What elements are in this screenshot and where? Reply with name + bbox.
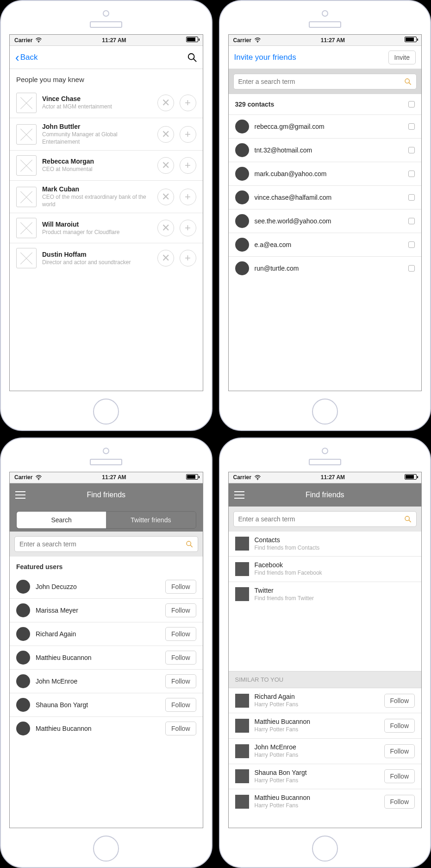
- similar-user-row[interactable]: Shauna Bon YargtHarry Potter FansFollow: [229, 764, 422, 790]
- similar-user-row[interactable]: Matthieu BucannonHarry Potter FansFollow: [229, 713, 422, 739]
- contact-row[interactable]: tnt.32@hotmail.com: [229, 139, 422, 162]
- user-row[interactable]: Marissa MeyerFollow: [10, 599, 203, 622]
- add-button[interactable]: +: [180, 126, 196, 143]
- dismiss-button[interactable]: ✕: [157, 126, 174, 143]
- user-text: Richard AgainHarry Potter Fans: [255, 693, 379, 709]
- person-row[interactable]: Rebecca MorganCEO at Monumental✕+: [10, 151, 203, 181]
- navbar: ‹ Back: [10, 46, 203, 69]
- user-text: Shauna Bon YargtHarry Potter Fans: [255, 769, 379, 785]
- dismiss-button[interactable]: ✕: [157, 220, 174, 236]
- add-button[interactable]: +: [180, 95, 196, 111]
- contact-checkbox[interactable]: [408, 171, 415, 177]
- device-frame: Carrier 11:27 AM Find friends Co: [219, 437, 431, 868]
- user-text: John McEnroeHarry Potter Fans: [255, 743, 379, 759]
- user-row[interactable]: Shauna Bon YargtFollow: [10, 693, 203, 717]
- person-row[interactable]: John ButtlerCommunity Manager at Global …: [10, 118, 203, 151]
- contact-checkbox[interactable]: [408, 147, 415, 153]
- battery-icon: [405, 474, 417, 480]
- contact-row[interactable]: e.a@ea.com: [229, 233, 422, 257]
- person-row[interactable]: Will MaroiutProduct manager for Cloudfla…: [10, 213, 203, 243]
- person-row[interactable]: Mark CubanCEO of the most extraordinary …: [10, 181, 203, 213]
- user-row[interactable]: Matthieu BucannonFollow: [10, 646, 203, 670]
- home-button[interactable]: [93, 836, 119, 862]
- source-row[interactable]: ContactsFind friends from Contacts: [229, 532, 422, 557]
- back-button[interactable]: Back: [20, 53, 38, 62]
- user-text: Matthieu BucannonHarry Potter Fans: [255, 718, 379, 734]
- contact-email: tnt.32@hotmail.com: [255, 146, 403, 154]
- follow-button[interactable]: Follow: [384, 769, 415, 783]
- follow-button[interactable]: Follow: [165, 651, 196, 665]
- user-name: Shauna Bon Yargt: [36, 701, 160, 709]
- add-button[interactable]: +: [180, 157, 196, 174]
- source-row[interactable]: FacebookFind friends from Facebook: [229, 557, 422, 582]
- contact-row[interactable]: run@turtle.com: [229, 257, 422, 280]
- dismiss-button[interactable]: ✕: [157, 189, 174, 205]
- tabs-container: Search Twitter friends: [10, 507, 203, 532]
- device-camera: [103, 448, 109, 454]
- user-row[interactable]: Richard AgainFollow: [10, 622, 203, 646]
- user-row[interactable]: John McEnroeFollow: [10, 670, 203, 693]
- person-text: Mark CubanCEO of the most extraordinary …: [42, 185, 152, 208]
- avatar-icon: [235, 214, 249, 228]
- contact-checkbox[interactable]: [408, 194, 415, 201]
- menu-icon[interactable]: [234, 491, 244, 499]
- contact-checkbox[interactable]: [408, 123, 415, 130]
- dismiss-button[interactable]: ✕: [157, 250, 174, 266]
- contact-checkbox[interactable]: [408, 218, 415, 224]
- follow-button[interactable]: Follow: [165, 722, 196, 735]
- search-bar[interactable]: [14, 536, 198, 552]
- follow-button[interactable]: Follow: [165, 603, 196, 617]
- add-button[interactable]: +: [180, 220, 196, 236]
- contact-row[interactable]: vince.chase@halfamil.com: [229, 186, 422, 209]
- person-name: Will Maroiut: [42, 221, 152, 228]
- home-button[interactable]: [93, 399, 119, 424]
- contact-checkbox[interactable]: [408, 241, 415, 248]
- back-chevron-icon[interactable]: ‹: [15, 51, 19, 63]
- status-time: 11:27 AM: [261, 474, 405, 481]
- search-input[interactable]: [238, 78, 405, 85]
- tab-twitter-friends[interactable]: Twitter friends: [106, 512, 195, 528]
- similar-user-row[interactable]: Matthieu BucannonHarry Potter FansFollow: [229, 789, 422, 814]
- person-row[interactable]: Vince ChaseActor at MGM entertainment✕+: [10, 88, 203, 118]
- menu-icon[interactable]: [15, 491, 25, 499]
- invite-button[interactable]: Invite: [388, 51, 416, 64]
- similar-user-row[interactable]: Richard AgainHarry Potter FansFollow: [229, 688, 422, 714]
- follow-button[interactable]: Follow: [165, 580, 196, 594]
- home-button[interactable]: [312, 836, 338, 862]
- source-row[interactable]: TwitterFind friends from Twitter: [229, 582, 422, 607]
- add-button[interactable]: +: [180, 189, 196, 205]
- search-bar[interactable]: [233, 74, 417, 89]
- contact-checkbox[interactable]: [408, 265, 415, 272]
- follow-button[interactable]: Follow: [165, 674, 196, 688]
- search-icon[interactable]: [187, 52, 197, 63]
- person-text: Dustin HoffamDirector and actor and soun…: [42, 251, 152, 266]
- avatar-icon: [235, 261, 249, 275]
- search-bar[interactable]: [233, 511, 417, 527]
- person-row[interactable]: Dustin HoffamDirector and actor and soun…: [10, 243, 203, 273]
- tab-search[interactable]: Search: [17, 512, 106, 528]
- dismiss-button[interactable]: ✕: [157, 157, 174, 174]
- search-input[interactable]: [19, 540, 186, 548]
- dismiss-button[interactable]: ✕: [157, 95, 174, 111]
- follow-button[interactable]: Follow: [384, 744, 415, 758]
- device-speaker: [309, 459, 341, 465]
- contact-text: see.the.world@yahoo.com: [255, 217, 403, 225]
- add-button[interactable]: +: [180, 250, 196, 266]
- contact-row[interactable]: see.the.world@yahoo.com: [229, 209, 422, 233]
- contact-row[interactable]: mark.cuban@yahoo.com: [229, 162, 422, 186]
- follow-button[interactable]: Follow: [165, 698, 196, 712]
- follow-button[interactable]: Follow: [384, 694, 415, 708]
- person-name: Dustin Hoffam: [42, 251, 152, 258]
- status-bar: Carrier 11:27 AM: [229, 472, 422, 483]
- select-all-checkbox[interactable]: [408, 101, 415, 108]
- user-row[interactable]: John DecuzzoFollow: [10, 575, 203, 599]
- follow-button[interactable]: Follow: [384, 795, 415, 809]
- similar-user-row[interactable]: John McEnroeHarry Potter FansFollow: [229, 739, 422, 764]
- home-button[interactable]: [312, 399, 338, 424]
- follow-button[interactable]: Follow: [165, 627, 196, 641]
- user-text: Matthieu Bucannon: [36, 654, 160, 661]
- search-input[interactable]: [238, 515, 405, 523]
- follow-button[interactable]: Follow: [384, 719, 415, 733]
- contact-row[interactable]: rebecca.gm@gmail.com: [229, 115, 422, 139]
- user-row[interactable]: Matthieu BucannonFollow: [10, 717, 203, 740]
